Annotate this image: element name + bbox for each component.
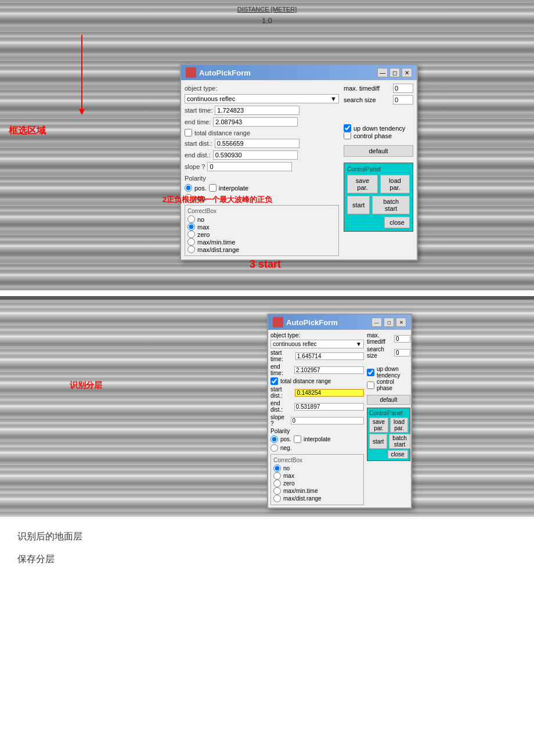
end-time-input-bottom[interactable]: [294, 366, 364, 374]
cb-maxmin-radio[interactable]: [187, 238, 195, 246]
max-timediff-input-bottom[interactable]: [394, 335, 410, 343]
polarity-neg-radio-bottom[interactable]: [270, 444, 278, 452]
cb-maxmin-row: max/min.time: [187, 238, 336, 246]
polarity-pos-row: pos. interpolate: [185, 184, 339, 192]
max-timediff-row-bottom: max. timediff: [367, 332, 410, 345]
cb-no-radio[interactable]: [187, 215, 195, 223]
cb-no-radio-bottom[interactable]: [273, 465, 281, 472]
dialog-title-top: AutoPickForm: [186, 67, 251, 78]
default-button-bottom[interactable]: default: [367, 395, 410, 405]
close-x-button-top[interactable]: ✕: [402, 68, 412, 77]
dialog-body-bottom: object type: continuous reflec ▼ start t…: [268, 330, 411, 507]
axis-number: 1,0: [262, 16, 272, 25]
dialog-title-label-top: AutoPickForm: [199, 69, 251, 77]
cb-no-label: no: [197, 216, 204, 223]
cb-no-row-bottom: no: [273, 465, 361, 472]
cb-maxdist-radio-bottom[interactable]: [273, 495, 281, 502]
max-timediff-input[interactable]: [393, 84, 413, 93]
polarity-pos-label-bottom: pos.: [280, 436, 291, 442]
load-par-button-bottom[interactable]: load par.: [390, 417, 408, 433]
load-par-button-top[interactable]: load par.: [380, 175, 410, 193]
end-dist-input[interactable]: [213, 150, 298, 160]
cb-zero-label: zero: [197, 231, 210, 238]
start-dist-label: start dist.:: [185, 140, 212, 147]
start-dist-input[interactable]: [215, 139, 300, 148]
cb-maxdist-row: max/dist.range: [187, 246, 336, 253]
end-time-label: end time:: [185, 118, 211, 125]
dialog-right-panel-bottom: max. timediff search size up down tenden…: [367, 332, 410, 505]
cb-max-label-bottom: max: [283, 473, 294, 479]
control-panel-top: ControlPanel save par. load par. start b…: [344, 163, 413, 232]
total-distance-checkbox[interactable]: [185, 129, 192, 136]
cb-maxdist-label-bottom: max/dist.range: [283, 495, 322, 502]
start-time-input[interactable]: [215, 106, 300, 115]
cb-maxdist-radio[interactable]: [187, 246, 195, 253]
cb-zero-row: zero: [187, 231, 336, 238]
start-dist-row-bottom: start dist.:: [270, 386, 364, 399]
default-button-top[interactable]: default: [344, 145, 413, 157]
obj-type-value-bottom: continuous reflec: [273, 341, 317, 347]
interpolate-checkbox-bottom[interactable]: [294, 435, 301, 443]
end-time-label-bottom: end time:: [270, 363, 292, 376]
dialog-window-controls[interactable]: — ◻ ✕: [377, 68, 412, 77]
search-size-label: search size: [344, 96, 376, 103]
updown-checkbox-bottom[interactable]: [367, 369, 374, 376]
start-button-bottom[interactable]: start: [369, 434, 387, 449]
polarity-pos-radio-bottom[interactable]: [270, 435, 278, 443]
restore-button-bottom[interactable]: ◻: [384, 318, 394, 327]
save-load-row-bottom: save par. load par.: [369, 417, 408, 433]
total-dist-checkbox-bottom[interactable]: [270, 377, 278, 385]
correctbox-section-bottom: CorrectBox no max zero: [270, 454, 364, 505]
dialog-window-controls-bottom[interactable]: — ◻ ✕: [371, 318, 406, 327]
obj-type-label-bottom: object type:: [270, 332, 364, 339]
end-dist-label-bottom: end dist.:: [270, 400, 292, 413]
start-time-input-bottom[interactable]: [295, 352, 364, 360]
cb-maxmin-label: max/min.time: [197, 239, 235, 246]
object-type-dropdown-bottom[interactable]: continuous reflec ▼: [270, 340, 364, 348]
polarity-pos-radio[interactable]: [185, 184, 192, 192]
close-row-bottom: close: [369, 450, 408, 459]
cb-maxmin-radio-bottom[interactable]: [273, 487, 281, 495]
slope-input[interactable]: [207, 162, 292, 171]
batch-start-button-top[interactable]: batch start: [372, 196, 410, 214]
polarity-neg-label-bottom: neg.: [280, 445, 291, 451]
cb-maxdist-label: max/dist.range: [197, 246, 239, 253]
minimize-button-bottom[interactable]: —: [371, 318, 382, 327]
dialog-left-panel-bottom: object type: continuous reflec ▼ start t…: [270, 332, 364, 505]
restore-button-top[interactable]: ◻: [389, 68, 400, 77]
save-par-button-top[interactable]: save par.: [347, 175, 378, 193]
end-time-input[interactable]: [213, 117, 298, 127]
polarity-label: Polarity: [185, 175, 339, 182]
start-button-top[interactable]: start: [347, 196, 370, 214]
cb-max-radio[interactable]: [187, 223, 195, 231]
batch-start-button-bottom[interactable]: batch start: [389, 434, 410, 449]
max-timediff-row: max. timediff: [344, 84, 413, 93]
start-dist-input-bottom[interactable]: [295, 389, 364, 397]
cb-zero-radio-bottom[interactable]: [273, 480, 281, 487]
interpolate-label-bottom: interpolate: [304, 436, 331, 442]
slope-input-bottom[interactable]: [291, 417, 364, 424]
close-x-button-bottom[interactable]: ✕: [396, 318, 406, 327]
end-dist-input-bottom[interactable]: [294, 403, 364, 411]
label-shibie: 识别分层: [70, 380, 102, 391]
cb-zero-radio[interactable]: [187, 231, 195, 238]
control-phase-row-bottom: control phase: [367, 379, 410, 391]
control-phase-checkbox[interactable]: [344, 132, 351, 139]
close-button-bottom[interactable]: close: [388, 450, 408, 459]
bottom-line-2: 保存分层: [17, 551, 517, 568]
close-button-top[interactable]: close: [384, 217, 410, 228]
cb-max-radio-bottom[interactable]: [273, 472, 281, 480]
dialog-titlebar-top: AutoPickForm — ◻ ✕: [181, 65, 417, 80]
interpolate-checkbox[interactable]: [209, 184, 217, 192]
save-par-button-bottom[interactable]: save par.: [369, 417, 388, 433]
end-dist-label: end dist.:: [185, 152, 211, 159]
search-size-input[interactable]: [393, 95, 413, 105]
interpolate-label: interpolate: [219, 185, 248, 192]
dialog-title-icon-bottom: [273, 317, 283, 327]
control-phase-checkbox-bottom[interactable]: [367, 381, 374, 389]
search-size-input-bottom[interactable]: [394, 349, 410, 357]
close-row-top: close: [347, 217, 410, 228]
minimize-button-top[interactable]: —: [377, 68, 388, 77]
updown-checkbox[interactable]: [344, 124, 351, 132]
object-type-dropdown[interactable]: continuous reflec ▼: [185, 94, 339, 103]
